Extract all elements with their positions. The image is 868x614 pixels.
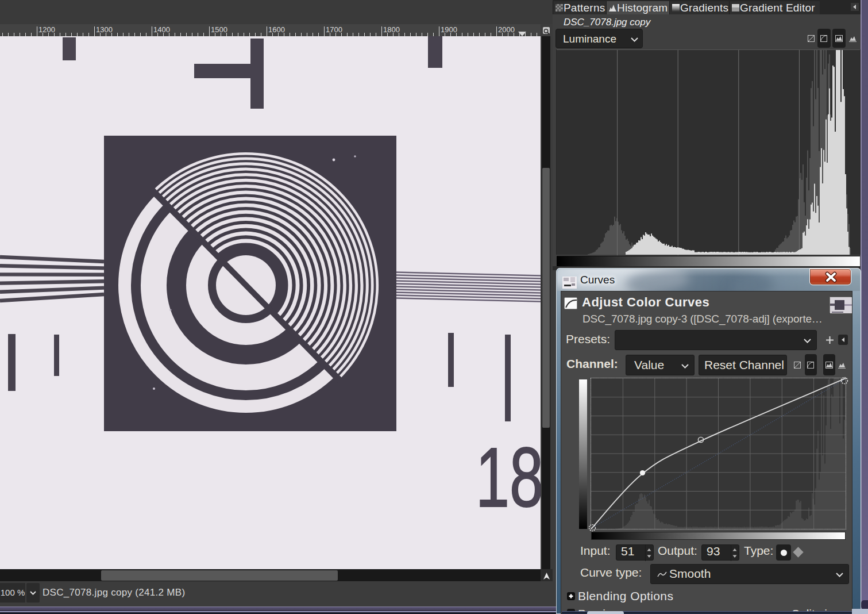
svg-text:18: 18 [476, 431, 541, 524]
